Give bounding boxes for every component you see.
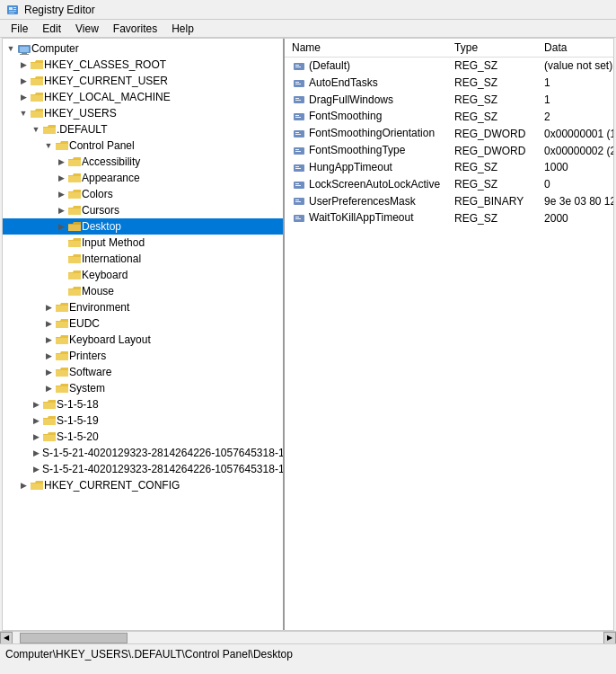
tree-row-computer[interactable]: ▼ Computer (3, 40, 283, 57)
expand-printers[interactable]: ▶ (42, 350, 55, 362)
expand-default[interactable]: ▼ (30, 123, 42, 136)
table-row[interactable]: FontSmoothingOrientationREG_DWORD0x00000… (285, 125, 613, 142)
expand-hkcc[interactable]: ▶ (17, 479, 30, 492)
tree-row-control-panel[interactable]: ▼ Control Panel (3, 137, 283, 154)
tree-row-hkcr[interactable]: ▶ HKEY_CLASSES_ROOT (3, 57, 283, 73)
expand-keyboard-layout[interactable]: ▶ (42, 333, 55, 346)
tree-row-environment[interactable]: ▶ Environment (3, 299, 283, 315)
tree-row-cursors[interactable]: ▶ Cursors (3, 202, 283, 218)
expand-s15212[interactable]: ▶ (30, 463, 42, 475)
cell-name: (Default) (285, 58, 447, 75)
table-row[interactable]: HungAppTimeoutREG_SZ1000 (285, 159, 613, 176)
svg-rect-36 (295, 201, 301, 202)
tree-row-desktop[interactable]: ▶ Desktop (3, 218, 283, 235)
scroll-left-btn[interactable]: ◀ (0, 632, 13, 644)
tree-row-colors[interactable]: ▶ Colors (3, 186, 283, 202)
expand-s1518[interactable]: ▶ (30, 398, 42, 411)
tree-row-keyboard-layout[interactable]: ▶ Keyboard Layout (3, 332, 283, 348)
tree-row-hku[interactable]: ▼ HKEY_USERS (3, 105, 283, 121)
col-header-type[interactable]: Type (447, 39, 537, 58)
computer-icon (17, 42, 31, 55)
table-row[interactable]: FontSmoothingTypeREG_DWORD0x00000002 (2) (285, 142, 613, 159)
menu-file[interactable]: File (4, 21, 35, 37)
tree-node-accessibility: ▶ Accessibility (3, 154, 283, 170)
tree-row-s15212[interactable]: ▶ S-1-5-21-4020129323-2814264226-1057645… (3, 461, 283, 477)
expand-hklm[interactable]: ▶ (17, 91, 30, 103)
scroll-track[interactable] (13, 632, 603, 643)
horizontal-scrollbar[interactable]: ◀ ▶ (0, 631, 616, 643)
tree-node-s15212: ▶ S-1-5-21-4020129323-2814264226-1057645… (3, 461, 283, 477)
tree-row-system[interactable]: ▶ System (3, 380, 283, 396)
expand-accessibility[interactable]: ▶ (55, 155, 67, 168)
tree-row-hkcu[interactable]: ▶ HKEY_CURRENT_USER (3, 73, 283, 89)
tree-row-software[interactable]: ▶ Software (3, 364, 283, 380)
tree-node-international: International (3, 251, 283, 267)
tree-node-mouse: Mouse (3, 283, 283, 299)
table-row[interactable]: UserPreferencesMaskREG_BINARY9e 3e 03 80… (285, 193, 613, 210)
menu-favorites[interactable]: Favorites (106, 21, 164, 37)
tree-row-appearance[interactable]: ▶ Appearance (3, 170, 283, 186)
expand-appearance[interactable]: ▶ (55, 172, 67, 184)
expand-desktop[interactable]: ▶ (55, 220, 67, 233)
expand-computer[interactable]: ▼ (4, 42, 17, 55)
menu-view[interactable]: View (68, 21, 106, 37)
s15212-label: S-1-5-21-4020129323-2814264226-105764531… (42, 463, 285, 475)
tree-row-s1519[interactable]: ▶ S-1-5-19 (3, 412, 283, 429)
eudc-label: EUDC (69, 317, 100, 330)
table-row[interactable]: LockScreenAutoLockActiveREG_SZ0 (285, 176, 613, 193)
cell-type: REG_SZ (447, 209, 537, 226)
tree-row-eudc[interactable]: ▶ EUDC (3, 315, 283, 332)
tree-row-input-method[interactable]: Input Method (3, 235, 283, 251)
expand-system[interactable]: ▶ (42, 382, 55, 395)
expand-cursors[interactable]: ▶ (55, 204, 67, 217)
expand-software[interactable]: ▶ (42, 366, 55, 378)
expand-colors[interactable]: ▶ (55, 188, 67, 200)
scroll-right-btn[interactable]: ▶ (603, 632, 616, 644)
menu-help[interactable]: Help (164, 21, 201, 37)
expand-environment[interactable]: ▶ (42, 301, 55, 314)
menu-edit[interactable]: Edit (35, 21, 68, 37)
svg-rect-23 (295, 132, 299, 133)
folder-icon-eudc (55, 317, 69, 330)
scroll-thumb[interactable] (20, 633, 128, 643)
table-row[interactable]: DragFullWindowsREG_SZ1 (285, 92, 613, 109)
tree-row-hklm[interactable]: ▶ HKEY_LOCAL_MACHINE (3, 89, 283, 105)
folder-icon-kbd (67, 269, 82, 281)
table-row[interactable]: AutoEndTasksREG_SZ1 (285, 75, 613, 92)
tree-row-s1518[interactable]: ▶ S-1-5-18 (3, 396, 283, 412)
tree-pane[interactable]: ▼ Computer ▶ HKEY_CLASSES_ROOT (3, 39, 285, 630)
default-label: .DEFAULT (57, 123, 107, 136)
input-method-label: Input Method (82, 236, 145, 249)
tree-row-s1520[interactable]: ▶ S-1-5-20 (3, 429, 283, 445)
svg-rect-21 (295, 117, 301, 118)
tree-row-printers[interactable]: ▶ Printers (3, 348, 283, 364)
expand-eudc[interactable]: ▶ (42, 317, 55, 330)
expand-s15211[interactable]: ▶ (30, 447, 42, 459)
expand-s1519[interactable]: ▶ (30, 414, 42, 427)
tree-row-default[interactable]: ▼ .DEFAULT (3, 121, 283, 137)
tree-row-mouse[interactable]: Mouse (3, 283, 283, 299)
tree-row-international[interactable]: International (3, 251, 283, 267)
cell-name: AutoEndTasks (285, 75, 447, 92)
reg-value-icon (292, 93, 309, 106)
s1519-label: S-1-5-19 (57, 414, 99, 427)
hkcu-label: HKEY_CURRENT_USER (44, 75, 168, 87)
expand-s1520[interactable]: ▶ (30, 430, 42, 443)
col-header-name[interactable]: Name (285, 39, 447, 58)
expand-hku[interactable]: ▼ (17, 107, 30, 120)
expand-control-panel[interactable]: ▼ (42, 139, 55, 152)
svg-rect-3 (13, 9, 16, 10)
col-header-data[interactable]: Data (537, 39, 613, 58)
table-row[interactable]: FontSmoothingREG_SZ2 (285, 108, 613, 125)
tree-row-keyboard[interactable]: Keyboard (3, 267, 283, 283)
svg-rect-29 (295, 166, 299, 167)
expand-hkcu[interactable]: ▶ (17, 75, 30, 87)
expand-hkcr[interactable]: ▶ (17, 58, 30, 71)
svg-rect-14 (295, 82, 299, 83)
table-row[interactable]: WaitToKillAppTimeoutREG_SZ2000 (285, 209, 613, 226)
tree-row-s15211[interactable]: ▶ S-1-5-21-4020129323-2814264226-1057645… (3, 445, 283, 461)
tree-row-hkcc[interactable]: ▶ HKEY_CURRENT_CONFIG (3, 477, 283, 493)
table-row[interactable]: (Default)REG_SZ(value not set) (285, 58, 613, 75)
tree-row-accessibility[interactable]: ▶ Accessibility (3, 154, 283, 170)
cell-data: 0x00000001 (1) (537, 125, 613, 142)
